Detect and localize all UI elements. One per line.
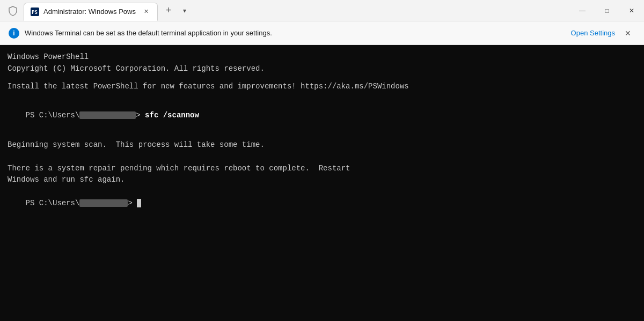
terminal-line-11: There is a system repair pending which r…: [8, 163, 636, 175]
tab-powershell[interactable]: PS Administrator: Windows Pows ✕: [24, 3, 158, 21]
terminal-redacted-2: [79, 199, 128, 207]
new-tab-button[interactable]: +: [160, 2, 177, 19]
maximize-button[interactable]: □: [595, 0, 619, 21]
terminal-spacer-4: [8, 151, 636, 156]
tab-close-button[interactable]: ✕: [142, 8, 151, 16]
notification-message: Windows Terminal can be set as the defau…: [25, 29, 566, 37]
notification-close-button[interactable]: ✕: [620, 26, 635, 41]
titlebar-left: PS Administrator: Windows Pows ✕ + ▾: [0, 1, 570, 21]
svg-text:PS: PS: [32, 10, 38, 15]
terminal-prompt-suffix-1: >: [136, 111, 145, 120]
terminal-prompt-suffix-2: >: [128, 199, 132, 207]
terminal-command-line: PS C:\Users\ > sfc /scannow: [8, 98, 636, 133]
system-shield-icon: [4, 2, 21, 19]
terminal-prompt-line-2: PS C:\Users\ >: [8, 186, 636, 221]
terminal-prompt-2: PS C:\Users\: [26, 199, 80, 207]
terminal-prompt-1: PS C:\Users\: [26, 111, 80, 120]
terminal-spacer-3: [8, 133, 636, 139]
terminal-spacer-2: [8, 92, 636, 98]
tab-dropdown-button[interactable]: ▾: [177, 3, 192, 18]
notification-icon: i: [9, 28, 19, 39]
terminal-spacer-1: [8, 74, 636, 80]
titlebar: PS Administrator: Windows Pows ✕ + ▾ — □…: [0, 0, 644, 21]
terminal-line-8: Beginning system scan. This process will…: [8, 139, 636, 151]
terminal-spacer-5: [8, 157, 636, 163]
minimize-button[interactable]: —: [570, 0, 595, 21]
terminal-area[interactable]: Windows PowerShell Copyright (C) Microso…: [0, 45, 644, 321]
open-settings-link[interactable]: Open Settings: [571, 29, 615, 37]
close-button[interactable]: ✕: [619, 0, 644, 21]
tab-label: Administrator: Windows Pows: [43, 8, 136, 16]
powershell-icon: PS: [31, 8, 39, 16]
terminal-cursor: [137, 199, 141, 207]
terminal-command-text: sfc /scannow: [145, 111, 199, 120]
terminal-line-4: Install the latest PowerShell for new fe…: [8, 81, 636, 93]
terminal-redacted-1: [79, 111, 136, 119]
terminal-line-2: Copyright (C) Microsoft Corporation. All…: [8, 63, 636, 75]
tab-bar: PS Administrator: Windows Pows ✕ + ▾: [24, 1, 570, 21]
terminal-line-12: Windows and run sfc again.: [8, 174, 636, 186]
notification-bar: i Windows Terminal can be set as the def…: [0, 21, 644, 45]
terminal-line-1: Windows PowerShell: [8, 51, 636, 63]
window-controls: — □ ✕: [570, 0, 644, 21]
